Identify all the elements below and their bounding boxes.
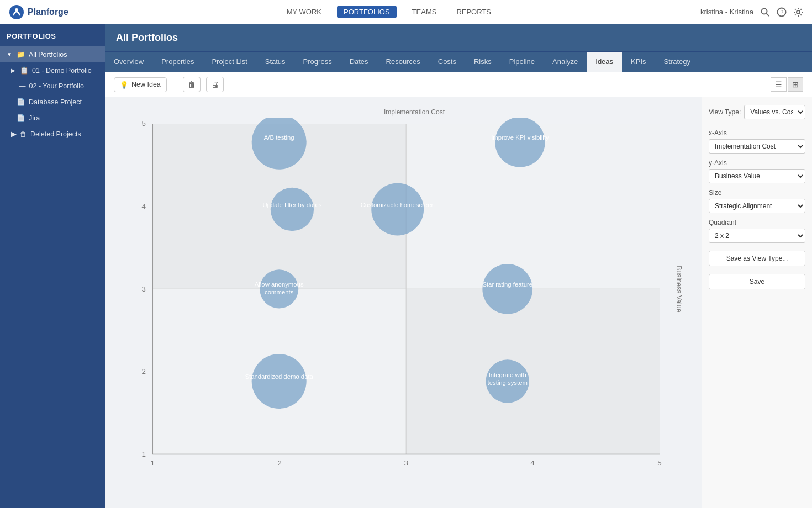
sidebar-item-demo-portfolio[interactable]: ▶ 📋 01 - Demo Portfolio — [0, 62, 105, 78]
svg-text:Improve KPI visibility: Improve KPI visibility — [491, 134, 549, 141]
tab-status[interactable]: Status — [256, 52, 294, 72]
right-panel: View Type: Values vs. Costs Values vs. R… — [702, 97, 812, 508]
sidebar-item-your-portfolio[interactable]: — 02 - Your Portfolio — [0, 78, 105, 94]
nav-portfolios[interactable]: PORTFOLIOS — [337, 6, 397, 18]
sidebar-label: Jira — [29, 114, 40, 122]
project-icon: 📄 — [17, 114, 25, 122]
tab-project-list[interactable]: Project List — [203, 52, 256, 72]
size-select[interactable]: Strategic Alignment Business Value Imple… — [709, 199, 805, 213]
svg-text:Update filter by dates: Update filter by dates — [262, 202, 321, 208]
x-axis-select[interactable]: Implementation Cost Business Value Strat… — [709, 139, 805, 154]
y-axis-select[interactable]: Business Value Implementation Cost Strat… — [709, 169, 805, 183]
quadrant-select[interactable]: 2 x 2 3 x 3 4 x 4 — [709, 229, 805, 243]
view-toggle: ☰ ⊞ — [771, 77, 803, 92]
chevron-right-icon: ▶ — [11, 67, 15, 73]
svg-text:Business Value: Business Value — [675, 266, 683, 312]
tab-kpis[interactable]: KPIs — [622, 52, 655, 72]
svg-text:4: 4 — [530, 459, 535, 467]
bubble-improve-kpi[interactable] — [495, 118, 545, 167]
svg-text:2: 2 — [277, 459, 281, 467]
svg-text:1: 1 — [141, 450, 145, 458]
tab-risks[interactable]: Risks — [465, 52, 500, 72]
tab-properties[interactable]: Properties — [152, 52, 203, 72]
nav-mywork[interactable]: MY WORK — [282, 6, 326, 18]
nav-user[interactable]: kristina - Kristina — [700, 8, 753, 16]
svg-text:2: 2 — [141, 367, 145, 375]
svg-text:Standardized demo data: Standardized demo data — [245, 373, 313, 380]
tab-analyze[interactable]: Analyze — [544, 52, 587, 72]
size-label: Size — [709, 189, 805, 197]
svg-text:comments: comments — [265, 289, 294, 295]
main-layout: PORTFOLIOS ▼ 📁 All Portfolios ▶ 📋 01 - D… — [0, 24, 812, 508]
toolbar: 💡 New Idea 🗑 🖨 ☰ ⊞ — [105, 72, 812, 97]
tab-pipeline[interactable]: Pipeline — [500, 52, 544, 72]
sidebar-item-all-portfolios[interactable]: ▼ 📁 All Portfolios — [0, 46, 105, 62]
bubble-customizable-homescreen[interactable] — [371, 183, 424, 236]
bubble-standardized-demo[interactable] — [252, 354, 307, 409]
settings-icon[interactable] — [793, 7, 803, 17]
sidebar-label: Deleted Projects — [30, 130, 81, 138]
save-as-view-type-button[interactable]: Save as View Type... — [709, 251, 805, 266]
toolbar-separator — [175, 78, 175, 91]
svg-text:Customizable homescreen: Customizable homescreen — [361, 202, 435, 208]
list-view-button[interactable]: ☰ — [771, 77, 787, 92]
sidebar-item-jira[interactable]: 📄 Jira — [0, 110, 105, 126]
svg-text:Allow anonymous: Allow anonymous — [255, 281, 304, 288]
sidebar-label: Database Project — [29, 98, 82, 106]
bubble-update-filter[interactable] — [271, 188, 314, 231]
tab-resources[interactable]: Resources — [377, 52, 429, 72]
tab-costs[interactable]: Costs — [429, 52, 465, 72]
page-title: All Portfolios — [116, 32, 178, 43]
sidebar-label: 01 - Demo Portfolio — [32, 67, 92, 75]
tab-strategy[interactable]: Strategy — [655, 52, 699, 72]
nav-reports[interactable]: REPORTS — [452, 6, 495, 18]
app-name: Planforge — [28, 7, 68, 17]
logo[interactable]: Planforge — [9, 4, 68, 20]
portfolio-icon: — — [19, 82, 26, 90]
sidebar-header: PORTFOLIOS — [0, 24, 105, 46]
view-type-label: View Type: — [709, 108, 741, 116]
size-row: Size Strategic Alignment Business Value … — [709, 189, 805, 213]
tab-ideas[interactable]: Ideas — [587, 52, 622, 72]
new-idea-label: New Idea — [131, 81, 161, 88]
help-icon[interactable]: ? — [777, 7, 787, 17]
tab-progress[interactable]: Progress — [294, 52, 341, 72]
sidebar-item-deleted-projects[interactable]: ▶ 🗑 Deleted Projects — [0, 126, 105, 142]
delete-button[interactable]: 🗑 — [183, 77, 201, 92]
svg-text:3: 3 — [404, 459, 408, 467]
tab-dates[interactable]: Dates — [341, 52, 377, 72]
chart-area: Implementation Cost — [105, 97, 702, 508]
tab-overview[interactable]: Overview — [105, 52, 152, 72]
chevron-right-icon: ▶ — [11, 130, 17, 138]
nav-teams[interactable]: TEAMS — [408, 6, 441, 18]
grid-view-button[interactable]: ⊞ — [788, 77, 803, 92]
svg-text:testing system: testing system — [488, 379, 528, 386]
page-header: All Portfolios — [105, 24, 812, 52]
svg-point-6 — [797, 10, 800, 14]
svg-text:3: 3 — [141, 285, 145, 293]
search-icon[interactable] — [760, 7, 770, 17]
svg-text:5: 5 — [657, 459, 661, 467]
trash-icon: 🗑 — [20, 130, 27, 138]
save-button[interactable]: Save — [709, 274, 805, 289]
svg-point-1 — [15, 8, 18, 12]
bubble-star-rating[interactable] — [482, 264, 532, 314]
y-axis-row: y-Axis Business Value Implementation Cos… — [709, 159, 805, 183]
svg-text:Star rating feature: Star rating feature — [482, 281, 532, 288]
nav-right: kristina - Kristina ? — [700, 7, 803, 17]
print-button[interactable]: 🖨 — [206, 77, 224, 92]
quadrant-label: Quadrant — [709, 219, 805, 226]
svg-text:A/B testing: A/B testing — [264, 134, 294, 141]
svg-text:4: 4 — [141, 202, 146, 210]
x-axis-row: x-Axis Implementation Cost Business Valu… — [709, 129, 805, 154]
quadrant-row: Quadrant 2 x 2 3 x 3 4 x 4 — [709, 219, 805, 243]
chart-container: 1 2 3 4 5 1 2 3 4 5 Business Value — [116, 118, 690, 483]
nav-links: MY WORK PORTFOLIOS TEAMS REPORTS — [91, 6, 687, 18]
new-idea-button[interactable]: 💡 New Idea — [114, 77, 167, 92]
folder-icon: 📁 — [17, 50, 25, 59]
sidebar-label: 02 - Your Portfolio — [29, 82, 84, 90]
view-type-select[interactable]: Values vs. Costs Values vs. Risks Risk v… — [744, 105, 805, 119]
sidebar-item-database-project[interactable]: 📄 Database Project — [0, 94, 105, 110]
bubble-chart: 1 2 3 4 5 1 2 3 4 5 Business Value — [116, 118, 690, 483]
portfolio-icon: 📋 — [20, 66, 29, 75]
